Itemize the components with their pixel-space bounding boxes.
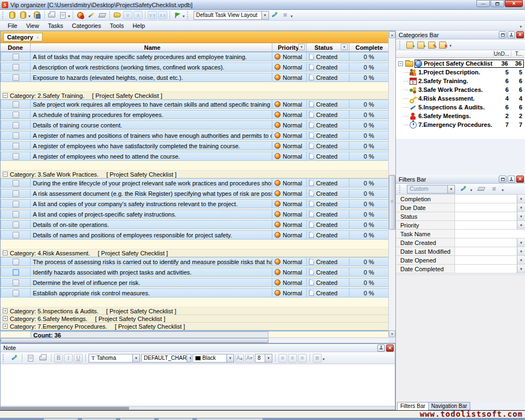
task-row[interactable]: A risk assessment document (e.g. the Ris…: [1, 189, 388, 198]
scroll-up-icon[interactable]: ▲: [389, 31, 395, 38]
view-tag-button[interactable]: [112, 10, 122, 20]
filter-value-field[interactable]: [455, 256, 517, 264]
filter-dropdown-icon[interactable]: ▼: [517, 265, 525, 273]
filter-value-field[interactable]: [455, 203, 517, 212]
tree-item-2-safety-training[interactable]: 2.Safety Training.66: [396, 77, 525, 85]
task-row[interactable]: During the entire lifecycle of your proj…: [1, 178, 388, 188]
filters-pin-button[interactable]: [508, 176, 515, 183]
tree-item-4-risk-assessment[interactable]: 4.Risk Assessment.44: [396, 94, 525, 103]
font-family-combo[interactable]: T Tahoma ▼: [89, 354, 140, 363]
underline-button[interactable]: U: [74, 354, 83, 363]
note-print-preview-button[interactable]: [25, 353, 36, 363]
task-row[interactable]: Details of on-site operations.NormalCrea…: [1, 220, 388, 229]
filter-value-field[interactable]: [455, 195, 517, 203]
filter-value-field[interactable]: [455, 265, 517, 273]
minimize-button[interactable]: —: [476, 0, 490, 7]
status-filter-dropdown-icon[interactable]: ▼: [341, 44, 348, 50]
combo-dropdown-icon[interactable]: ▼: [261, 11, 269, 19]
task-checkbox[interactable]: [13, 112, 19, 118]
category-header-row[interactable]: −Category: 3.Safe Work Practices.[ Proje…: [1, 171, 388, 178]
task-view-layout-combo[interactable]: Default Task View Layout ▼: [194, 11, 269, 20]
move-to-top-button[interactable]: ∧∧: [158, 11, 167, 19]
column-header-done[interactable]: Done: [1, 43, 31, 51]
combo-dropdown-icon[interactable]: ▼: [226, 354, 234, 362]
tree-item-1-project-description[interactable]: 1.Project Description.55: [396, 68, 525, 77]
font-color-combo[interactable]: Black ▼: [192, 354, 234, 363]
char-style-combo[interactable]: DEFAULT_CHAR ▼: [141, 354, 191, 363]
column-header-complete[interactable]: Complete: [349, 43, 389, 51]
task-row[interactable]: A register of employees who have satisfa…: [1, 141, 388, 150]
expand-icon[interactable]: +: [3, 308, 8, 313]
filter-preset-combo[interactable]: Custom ▼: [407, 185, 455, 194]
tree-item-3-safe-work-practices[interactable]: 3.Safe Work Practices.66: [396, 85, 525, 94]
maximize-button[interactable]: [491, 0, 504, 7]
combo-dropdown-icon[interactable]: ▼: [447, 185, 454, 193]
filter-dropdown-icon[interactable]: ▼: [517, 203, 525, 212]
note-pin-button[interactable]: [377, 345, 385, 352]
task-checkbox[interactable]: [13, 143, 19, 149]
task-checkbox[interactable]: [13, 54, 19, 60]
note-close-button[interactable]: ✕: [386, 345, 394, 352]
delete-filter-button[interactable]: ✖: [489, 184, 500, 194]
close-button[interactable]: ✕: [505, 0, 523, 7]
task-row[interactable]: Safe project work requires all employees…: [1, 100, 388, 109]
bold-button[interactable]: B: [54, 354, 63, 363]
expand-icon[interactable]: +: [3, 324, 8, 329]
task-row[interactable]: A description of work restrictions (work…: [1, 62, 388, 72]
filters-restore-button[interactable]: [499, 176, 506, 183]
print-dropdown-arrow-icon[interactable]: ▾: [68, 14, 71, 19]
task-row[interactable]: A register of employees who need to atte…: [1, 151, 388, 161]
grid-vertical-scrollbar[interactable]: ▲ ▼: [388, 31, 395, 337]
vertical-scroll-thumb[interactable]: [389, 175, 395, 230]
task-checkbox[interactable]: [13, 180, 19, 186]
filter-value-field[interactable]: [455, 238, 517, 247]
move-to-bottom-button[interactable]: ∨∨: [148, 11, 157, 19]
layout-dropdown-arrow-icon[interactable]: ▾: [291, 14, 293, 19]
menubar-options-arrow-icon[interactable]: ▾: [520, 25, 522, 29]
filter-dropdown-icon[interactable]: ▼: [517, 195, 525, 203]
category-header-row[interactable]: +Category: 6.Safety Meetings.[ Project S…: [1, 315, 388, 323]
shrink-font-button[interactable]: A▾: [245, 354, 254, 363]
task-checkbox[interactable]: [13, 269, 19, 276]
category-header-row[interactable]: −Category: 2.Safety Training.[ Project S…: [1, 92, 388, 100]
priority-filter-dropdown-icon[interactable]: ▼: [298, 44, 305, 50]
print-preview-button[interactable]: [57, 10, 68, 20]
menu-item-help[interactable]: Help: [128, 21, 149, 30]
task-row[interactable]: Details of training course content.Norma…: [1, 120, 388, 130]
column-header-name[interactable]: Name: [31, 43, 272, 51]
note-edit-button[interactable]: [8, 353, 19, 363]
task-row[interactable]: Establish appropriate risk control measu…: [1, 288, 388, 298]
task-row[interactable]: Determine the level of influence per ris…: [1, 278, 388, 287]
horizontal-scroll-thumb[interactable]: [1, 338, 269, 343]
categories-restore-button[interactable]: [499, 31, 506, 38]
task-checkbox[interactable]: [13, 122, 19, 129]
menu-item-view[interactable]: View: [22, 21, 44, 30]
print-button[interactable]: [46, 10, 57, 20]
category-header-row[interactable]: +Category: 7.Emergency Procedures.[ Proj…: [1, 323, 388, 330]
menu-item-categories[interactable]: Categories: [68, 21, 106, 30]
column-header-priority[interactable]: Priority▼: [272, 43, 307, 51]
filter-value-field[interactable]: [455, 221, 517, 229]
filter-value-field[interactable]: [455, 212, 517, 220]
combo-dropdown-icon[interactable]: ▼: [132, 354, 139, 362]
tree-item-5-inspections-audits[interactable]: 5.Inspections & Audits.66: [396, 103, 525, 112]
delete-layout-button[interactable]: ✖: [280, 10, 291, 20]
tree-item-root[interactable]: −Project Safety Checklist3636: [396, 59, 525, 68]
task-checkbox[interactable]: [13, 101, 19, 108]
task-checkbox[interactable]: [13, 64, 19, 71]
open-dropdown-arrow-icon[interactable]: ▾: [28, 14, 31, 19]
menu-item-file[interactable]: File: [3, 21, 22, 30]
collapse-icon[interactable]: −: [3, 93, 8, 98]
filter-value-field[interactable]: [455, 230, 525, 238]
categories-pin-button[interactable]: [508, 31, 515, 38]
note-horizontal-scrollbar[interactable]: [1, 406, 395, 410]
new-checklist-button[interactable]: +: [406, 41, 415, 48]
apply-layout-button[interactable]: [269, 10, 280, 20]
move-up-button[interactable]: ∧: [133, 11, 143, 19]
note-text-area[interactable]: [1, 364, 395, 406]
tree-item-6-safety-meetings[interactable]: 6.Safety Meetings.22: [396, 112, 525, 120]
go-dropdown-arrow-icon[interactable]: ▾: [183, 14, 185, 19]
task-row[interactable]: A list of tasks that may require specifi…: [1, 52, 388, 61]
apply-filter-dropdown-icon[interactable]: ▾: [470, 188, 472, 192]
grid-horizontal-scrollbar[interactable]: [1, 337, 389, 343]
